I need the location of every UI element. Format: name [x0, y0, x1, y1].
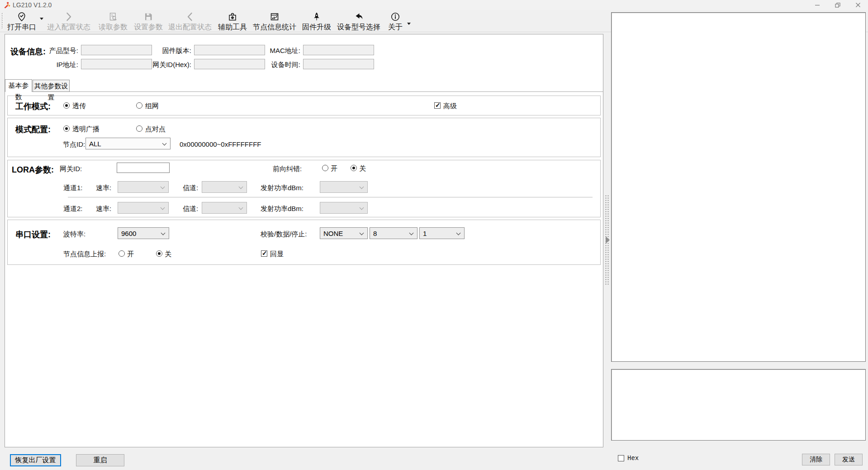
chevron-down-icon	[360, 185, 364, 189]
chevron-down-icon	[161, 185, 165, 189]
fec-on-label: 开	[331, 164, 337, 173]
lora-gateway-id-label: 网关ID:	[60, 165, 82, 173]
toolbar-label: 设置参数	[132, 23, 165, 32]
toolbar-exit-config-button[interactable]: 退出配置状态	[166, 12, 213, 32]
channel2-label: 通道2:	[63, 205, 83, 213]
work-mode-network-label: 组网	[145, 102, 159, 110]
channel1-channel-label: 信道:	[183, 184, 198, 192]
channel1-rate-dropdown[interactable]	[118, 181, 169, 193]
channel2-power-dropdown[interactable]	[320, 202, 368, 214]
work-mode-transparent-radio[interactable]	[63, 102, 70, 109]
toolbar-model-select-button[interactable]: 设备型号选择	[334, 12, 384, 32]
app-window: LG210 V1.2.0 打开串口	[0, 0, 868, 470]
main-panel: 设备信息: 产品型号: 固件版本: MAC地址: IP地址: 网关ID(Hex)…	[5, 34, 603, 447]
channel1-power-label: 发射功率dBm:	[261, 184, 304, 192]
channel2-power-label: 发射功率dBm:	[261, 205, 304, 213]
work-mode-network-radio[interactable]	[136, 102, 142, 109]
rocket-icon	[312, 12, 322, 22]
firmware-version-label: 固件版本:	[136, 47, 191, 55]
chevron-right-icon	[64, 12, 74, 22]
baud-rate-label: 波特率:	[63, 230, 85, 239]
echo-checkbox[interactable]	[261, 250, 267, 257]
device-time-label: 设备时间:	[245, 61, 300, 69]
tab-other-params[interactable]: 其他参数设置	[33, 80, 70, 92]
app-logo-icon	[4, 2, 10, 9]
mode-p2p-radio[interactable]	[136, 125, 142, 132]
lora-params-box: LORA参数: 网关ID: 前向纠错: 开 关 通道1: 速率: 信道: 发射功…	[7, 160, 601, 217]
toolbar-open-serial-button[interactable]: 打开串口	[4, 12, 40, 32]
tab-basic-params[interactable]: 基本参数	[5, 79, 32, 92]
toolbar-label: 读取参数	[97, 23, 129, 32]
channel1-label: 通道1:	[63, 184, 83, 192]
lora-section-label: LORA参数:	[12, 164, 54, 175]
work-mode-section-label: 工作模式:	[15, 101, 51, 112]
serial-settings-box: 串口设置: 波特率: 9600 校验/数据/停止: NONE 8 1 节点信息上…	[7, 220, 601, 265]
toolbar-aux-tools-button[interactable]: 辅助工具	[216, 12, 249, 32]
back-arrow-icon	[354, 12, 364, 22]
toolbar-firmware-upgrade-button[interactable]: 固件升级	[300, 12, 333, 32]
hex-checkbox[interactable]	[618, 455, 624, 461]
ip-address-label: IP地址:	[19, 61, 78, 69]
device-time-field[interactable]	[303, 59, 374, 69]
node-report-on-radio[interactable]	[119, 250, 125, 257]
info-circle-icon	[390, 12, 400, 22]
close-button[interactable]	[848, 0, 868, 10]
node-id-dropdown[interactable]: ALL	[85, 138, 171, 149]
open-serial-dropdown-caret-icon[interactable]	[40, 18, 43, 20]
chevron-down-icon	[239, 185, 243, 189]
data-bits-dropdown[interactable]: 8	[370, 227, 417, 239]
fec-off-radio[interactable]	[351, 165, 357, 171]
node-report-off-radio[interactable]	[156, 250, 162, 257]
splitter-collapse-arrow-icon[interactable]	[606, 236, 610, 244]
channel2-rate-dropdown[interactable]	[118, 202, 169, 214]
mode-config-section-label: 模式配置:	[15, 124, 51, 135]
advanced-label: 高级	[443, 102, 457, 110]
channel1-channel-dropdown[interactable]	[202, 181, 247, 193]
toolbar-label: 退出配置状态	[166, 23, 213, 32]
send-button[interactable]: 发送	[835, 454, 863, 465]
mac-address-field[interactable]	[303, 45, 374, 55]
window-title: LG210 V1.2.0	[13, 1, 52, 9]
parity-value: NONE	[323, 230, 343, 237]
stop-bits-dropdown[interactable]: 1	[419, 227, 465, 239]
chevron-down-icon	[162, 141, 167, 146]
toolbar-label: 打开串口	[4, 23, 40, 32]
stop-bits-value: 1	[423, 230, 427, 237]
toolbar-read-params-button[interactable]: 读取参数	[97, 12, 129, 32]
lora-gateway-id-field[interactable]	[117, 163, 170, 173]
chevron-down-icon	[409, 231, 414, 235]
chevron-down-icon	[360, 206, 364, 210]
factory-reset-button[interactable]: 恢复出厂设置	[10, 454, 61, 466]
channel2-channel-dropdown[interactable]	[202, 202, 247, 214]
advanced-checkbox[interactable]	[434, 102, 441, 109]
channel-divider	[68, 197, 593, 197]
mode-broadcast-label: 透明广播	[72, 125, 100, 134]
toolbar-about-button[interactable]: 关于	[385, 12, 405, 32]
send-input-panel[interactable]	[611, 369, 866, 441]
toolbar-overflow-caret-icon[interactable]	[407, 23, 411, 25]
baud-rate-dropdown[interactable]: 9600	[118, 227, 169, 239]
mac-address-label: MAC地址:	[245, 47, 300, 55]
chevron-down-icon	[456, 231, 461, 235]
mode-config-box: 模式配置: 透明广播 点对点 节点ID: ALL 0x00000000~0xFF…	[7, 118, 601, 157]
restart-button[interactable]: 重启	[76, 454, 124, 466]
toolbar-node-stats-button[interactable]: 节点信息统计	[250, 12, 299, 32]
toolbar-grip[interactable]	[1, 13, 3, 29]
channel1-power-dropdown[interactable]	[320, 181, 368, 193]
framing-label: 校验/数据/停止:	[261, 230, 307, 239]
toolbar-set-params-button[interactable]: 设置参数	[132, 12, 165, 32]
fec-on-radio[interactable]	[322, 165, 328, 171]
node-id-value: ALL	[89, 140, 101, 148]
mode-broadcast-radio[interactable]	[63, 125, 70, 132]
toolbox-gear-icon	[228, 12, 237, 22]
work-mode-box: 工作模式: 透传 组网 高级	[7, 96, 601, 115]
serial-pin-check-icon	[17, 12, 27, 22]
chevron-down-icon	[239, 206, 243, 210]
work-mode-transparent-label: 透传	[72, 102, 86, 110]
receive-log-panel[interactable]	[611, 12, 866, 362]
parity-dropdown[interactable]: NONE	[320, 227, 368, 239]
restore-button[interactable]	[827, 0, 848, 10]
clear-button[interactable]: 清除	[802, 454, 830, 465]
toolbar-enter-config-button[interactable]: 进入配置状态	[45, 12, 92, 32]
minimize-button[interactable]	[807, 0, 827, 10]
